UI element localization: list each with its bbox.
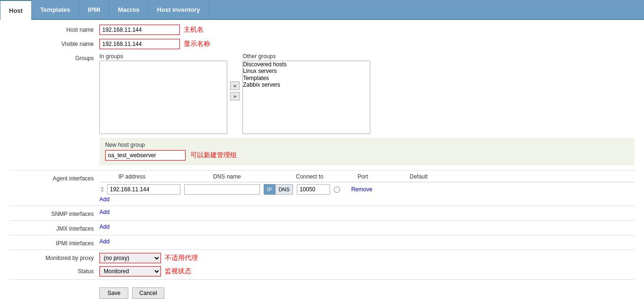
host-name-label: Host name	[9, 25, 99, 33]
in-groups-wrap: In groups	[99, 53, 227, 134]
new-host-group-label: New host group	[105, 142, 629, 148]
connect-dns-btn[interactable]: DNS	[275, 184, 293, 195]
agent-data-row: ⇕ IPDNS Remove	[99, 184, 635, 195]
agent-interfaces-row: Agent interfaces IP address DNS name Con…	[9, 173, 635, 203]
ipmi-add-link[interactable]: Add	[99, 238, 109, 245]
move-left-btn[interactable]: «	[230, 81, 240, 90]
section-divider-2	[9, 206, 635, 206]
snmp-add-link[interactable]: Add	[99, 209, 109, 215]
groups-label: Groups	[9, 53, 99, 62]
col-dns-header: DNS name	[213, 173, 296, 180]
col-default-header: Default	[410, 173, 443, 180]
new-host-group-section: New host group 可以新建管理组	[99, 138, 635, 165]
section-divider-4	[9, 235, 635, 235]
agent-col-headers: IP address DNS name Connect to Port Defa…	[99, 173, 635, 182]
jmx-content: Add	[99, 224, 635, 230]
col-port-header: Port	[358, 173, 410, 180]
group-discovered-hosts[interactable]: Discovered hosts	[243, 61, 370, 68]
host-name-annotation: 主机名	[184, 26, 204, 34]
snmp-content: Add	[99, 209, 635, 215]
visible-name-input[interactable]	[99, 39, 180, 49]
status-row: Status Monitored Not monitored 监视状态	[9, 266, 635, 277]
visible-name-row: Visible name 显示名称	[9, 39, 635, 49]
snmp-interfaces-row: SNMP interfaces Add	[9, 209, 635, 217]
snmp-label: SNMP interfaces	[9, 209, 99, 217]
connect-ip-btn[interactable]: IP	[264, 184, 275, 195]
host-name-input[interactable]	[99, 25, 180, 35]
jmx-label: JMX interfaces	[9, 224, 99, 232]
jmx-interfaces-row: JMX interfaces Add	[9, 224, 635, 232]
status-annotation: 监视状态	[165, 267, 191, 276]
proxy-annotation: 不适用代理	[165, 254, 198, 262]
in-groups-list[interactable]	[99, 61, 227, 134]
ipmi-content: Add	[99, 238, 635, 245]
proxy-select[interactable]: (no proxy) proxy1 proxy2	[99, 253, 161, 263]
default-radio[interactable]	[334, 187, 340, 193]
host-name-row: Host name 主机名	[9, 25, 635, 35]
other-groups-label: Other groups	[242, 53, 370, 60]
move-right-btn[interactable]: »	[230, 92, 240, 100]
tab-host-inventory[interactable]: Host inventory	[149, 0, 209, 19]
status-select[interactable]: Monitored Not monitored	[99, 266, 161, 277]
agent-remove-link[interactable]: Remove	[351, 186, 373, 193]
group-zabbix-servers[interactable]: Zabbix servers	[243, 81, 370, 88]
new-group-annotation: 可以新建管理组	[190, 151, 237, 160]
agent-interfaces-content: IP address DNS name Connect to Port Defa…	[99, 173, 635, 203]
tab-ipmi[interactable]: IPMI	[79, 0, 109, 19]
other-groups-list[interactable]: Discovered hosts Linux servers Templates…	[242, 61, 370, 134]
tab-bar: Host Templates IPMI Macros Host inventor…	[0, 0, 644, 20]
visible-name-label: Visible name	[9, 39, 99, 47]
new-host-group-row: 可以新建管理组	[105, 150, 629, 161]
group-arrows: « »	[230, 53, 240, 100]
visible-name-control: 显示名称	[99, 39, 635, 49]
save-button[interactable]: Save	[99, 287, 128, 299]
proxy-label: Monitored by proxy	[9, 253, 99, 261]
tab-templates[interactable]: Templates	[32, 0, 79, 19]
status-label: Status	[9, 266, 99, 275]
other-groups-wrap: Other groups Discovered hosts Linux serv…	[242, 53, 370, 134]
new-group-input[interactable]	[105, 150, 186, 161]
section-divider-6	[9, 279, 635, 280]
section-divider-3	[9, 220, 635, 221]
drag-handle-icon[interactable]: ⇕	[99, 186, 107, 193]
visible-name-annotation: 显示名称	[184, 40, 210, 48]
tab-host[interactable]: Host	[0, 0, 32, 20]
agent-add-wrap: Add	[99, 196, 635, 203]
agent-add-link[interactable]: Add	[99, 196, 109, 203]
groups-control: In groups « » Other groups Discovered ho…	[99, 53, 635, 134]
in-groups-label: In groups	[99, 53, 227, 60]
agent-interfaces-label: Agent interfaces	[9, 173, 99, 182]
section-divider-1	[9, 170, 635, 170]
proxy-row: Monitored by proxy (no proxy) proxy1 pro…	[9, 253, 635, 263]
jmx-add-link[interactable]: Add	[99, 224, 109, 230]
agent-ip-input[interactable]	[107, 184, 180, 195]
ipmi-interfaces-row: IPMI interfaces Add	[9, 238, 635, 247]
groups-row: Groups In groups « » Other groups Discov…	[9, 53, 635, 134]
group-linux-servers[interactable]: Linux servers	[243, 68, 370, 74]
action-buttons: Save Cancel	[99, 287, 635, 299]
status-control: Monitored Not monitored 监视状态	[99, 266, 635, 277]
col-ip-header: IP address	[118, 173, 213, 180]
cancel-button[interactable]: Cancel	[132, 287, 164, 299]
section-divider-5	[9, 250, 635, 250]
proxy-control: (no proxy) proxy1 proxy2 不适用代理	[99, 253, 635, 263]
tab-macros[interactable]: Macros	[109, 0, 149, 19]
col-connect-header: Connect to	[296, 173, 358, 180]
agent-dns-input[interactable]	[184, 184, 260, 195]
agent-port-input[interactable]	[297, 184, 330, 195]
main-content: Host name 主机名 Visible name 显示名称 Groups I…	[0, 20, 644, 304]
ipmi-iface-label: IPMI interfaces	[9, 238, 99, 247]
host-name-control: 主机名	[99, 25, 635, 35]
group-templates[interactable]: Templates	[243, 75, 370, 81]
